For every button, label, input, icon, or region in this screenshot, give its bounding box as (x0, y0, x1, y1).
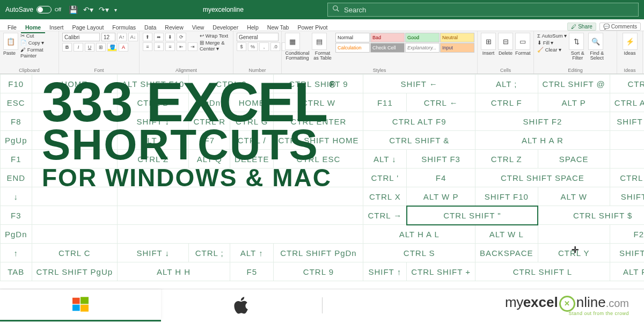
grid-cell[interactable]: SHIFT F2 (475, 112, 610, 131)
grid-cell[interactable]: CTRL W (274, 93, 363, 112)
italic-button[interactable]: I (74, 43, 83, 52)
grid-cell[interactable]: CTRL SHIFT HOME (274, 131, 363, 150)
grid-cell[interactable] (32, 150, 118, 169)
grid-cell[interactable]: CTRL X (363, 187, 407, 206)
grid-cell[interactable] (32, 187, 118, 206)
grid-cell[interactable]: BACKSPACE (475, 244, 538, 262)
grid-cell[interactable]: F5 (230, 262, 274, 281)
grid-cell[interactable]: CTRL ESC (274, 150, 363, 169)
grid-cell[interactable] (118, 225, 363, 244)
grid-cell[interactable] (32, 112, 118, 131)
increase-font-icon[interactable]: A↑ (117, 33, 127, 41)
insert-cells-button[interactable]: ⊞ (481, 33, 496, 50)
grid-cell[interactable]: ESC (1, 93, 32, 112)
grid-cell[interactable] (538, 225, 610, 244)
grid-cell[interactable]: CTRL Z (475, 150, 538, 169)
copy-button[interactable]: 📄 Copy ▾ (20, 40, 55, 46)
grid-cell[interactable]: ALT ↑ (230, 244, 274, 262)
grid-cell[interactable]: HOME (32, 75, 118, 93)
increase-decimal-icon[interactable]: .0 (270, 42, 280, 51)
grid-cell[interactable]: CTRL ENTER (274, 112, 363, 131)
grid-cell[interactable]: F3 (1, 206, 32, 225)
grid-cell[interactable]: CTRL SHIFT $ (538, 206, 644, 225)
autosum-button[interactable]: Σ AutoSum ▾ (537, 33, 567, 39)
grid-cell[interactable] (118, 206, 363, 225)
sort-filter-button[interactable]: ⇅ (569, 33, 584, 50)
grid-cell[interactable]: CTRL ← (407, 93, 475, 112)
percent-icon[interactable]: % (248, 42, 258, 51)
merge-center-button[interactable]: ⊞ Merge & Center ▾ (200, 40, 230, 52)
grid-cell[interactable]: ALT PgUp (610, 262, 644, 281)
comma-icon[interactable]: , (259, 42, 269, 51)
grid-cell[interactable]: CTRL F (475, 93, 538, 112)
windows-tab[interactable] (0, 289, 161, 321)
save-icon[interactable]: 💾 (69, 5, 78, 14)
grid-cell[interactable]: ALT H A R (475, 131, 610, 150)
grid-cell[interactable] (32, 131, 118, 150)
align-bottom-icon[interactable]: ⬇ (165, 33, 175, 41)
grid-cell[interactable]: CTRL SHIFT & (363, 131, 475, 150)
grid-cell[interactable] (32, 93, 118, 112)
grid-cell[interactable]: F10 (1, 75, 32, 93)
increase-indent-icon[interactable]: ⇥ (188, 42, 197, 51)
grid-cell[interactable]: END (1, 169, 32, 187)
grid-cell[interactable]: CTRL G (230, 112, 274, 131)
qat-customize-icon[interactable]: ▾ (114, 7, 117, 13)
align-top-icon[interactable]: ⬆ (143, 33, 152, 41)
clear-button[interactable]: 🧹 Clear ▾ (537, 47, 567, 53)
font-color-button[interactable]: A (119, 43, 128, 52)
style-cell[interactable]: Input (440, 43, 474, 53)
grid-cell[interactable]: CTRL S (363, 244, 475, 262)
grid-cell[interactable]: F11 (363, 93, 407, 112)
style-cell[interactable]: Calculation (335, 43, 370, 53)
grid-cell[interactable] (32, 206, 118, 225)
grid-cell[interactable] (118, 187, 363, 206)
grid-cell[interactable]: ALT Q (189, 150, 230, 169)
grid-cell[interactable]: ALT ↓ (363, 150, 407, 169)
paste-button[interactable]: 📋 (3, 33, 18, 50)
grid-cell[interactable]: F7 (189, 131, 230, 150)
grid-cell[interactable]: CTRL ; (189, 244, 230, 262)
format-cells-button[interactable]: ▭ (515, 33, 530, 50)
grid-cell[interactable]: ALT H H (118, 262, 230, 281)
delete-cells-button[interactable]: ⊟ (498, 33, 513, 50)
share-button[interactable]: 🖊 Share (567, 23, 596, 31)
grid-cell[interactable]: ALT H A L (363, 225, 475, 244)
mac-tab[interactable] (161, 289, 322, 321)
fill-button[interactable]: ⬇ Fill ▾ (537, 40, 567, 46)
bold-button[interactable]: B (62, 43, 72, 52)
decrease-font-icon[interactable]: A↓ (128, 33, 138, 41)
redo-icon[interactable]: ↷▾ (99, 5, 109, 14)
grid-cell[interactable] (32, 169, 118, 187)
grid-cell[interactable]: SHIFT TAB (610, 187, 644, 206)
grid-cell[interactable]: ↓ (1, 187, 32, 206)
grid-cell[interactable]: SPACE (538, 150, 610, 169)
grid-cell[interactable]: SHIFT ← (363, 75, 475, 93)
grid-cell[interactable]: CTRL ALT - (610, 169, 644, 187)
grid-cell[interactable]: ALT W P (407, 187, 475, 206)
grid-cell[interactable]: CTRL ALT F9 (363, 112, 475, 131)
grid-cell[interactable]: CTRL SHIFT L (475, 262, 610, 281)
font-name-combo[interactable]: Calibri (62, 33, 100, 41)
wrap-text-button[interactable]: ↩ Wrap Text (200, 33, 230, 39)
grid-cell[interactable]: SHIFT ↑ (363, 262, 407, 281)
format-as-table-button[interactable]: ▤ (312, 33, 327, 50)
comments-button[interactable]: 💬 Comments (599, 23, 641, 31)
style-cell[interactable]: Check Cell (370, 43, 405, 53)
orientation-icon[interactable]: ⟳ (177, 33, 186, 41)
grid-cell[interactable]: CTRL R (189, 112, 230, 131)
grid-cell[interactable]: HOME (230, 93, 274, 112)
cell-styles-gallery[interactable]: NormalBadGoodNeutralCalculationCheck Cel… (335, 33, 474, 53)
grid-cell[interactable]: SHIFT F4 (610, 244, 644, 262)
grid-cell[interactable]: CTRL SHIFT @ (538, 75, 610, 93)
grid-cell[interactable]: PgDn (1, 225, 32, 244)
style-cell[interactable]: Neutral (440, 33, 474, 42)
currency-icon[interactable]: $ (237, 42, 246, 51)
grid-cell[interactable]: ALT = (118, 131, 189, 150)
grid-cell[interactable]: F1 (1, 150, 32, 169)
grid-cell[interactable]: CTRL ALT + (610, 93, 644, 112)
find-select-button[interactable]: 🔍 (588, 33, 603, 50)
fill-color-button[interactable]: 🪣 (107, 43, 117, 52)
grid-cell[interactable]: CTRL SHIFT SPACE (475, 169, 610, 187)
grid-cell[interactable]: CTRL SHIFT 9 (274, 75, 363, 93)
